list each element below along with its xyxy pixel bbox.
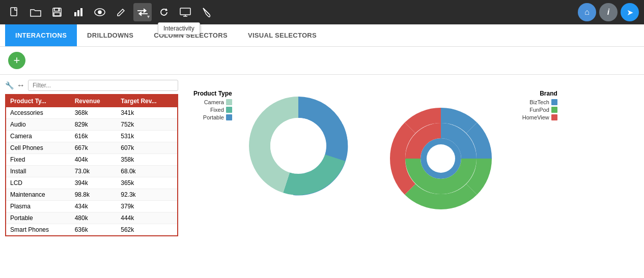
chart1-legend: Product Type Camera Fixed Portable [193,85,232,122]
add-section: + [0,47,644,74]
table-cell-col1: 404k [71,154,117,166]
toolbar: ▾ ⌂ i ➤ [0,0,644,24]
tab-interactions[interactable]: INTERACTIONS [5,24,77,46]
filter-input[interactable] [28,80,178,91]
pencil-icon[interactable] [112,3,130,21]
interactivity-icon[interactable]: ▾ [133,3,152,21]
table-cell-col0: Audio [6,119,71,131]
tab-drilldowns[interactable]: DRILLDOWNS [77,24,144,46]
tab-visual-selectors[interactable]: VISUAL SELECTORS [238,24,327,46]
table-cell-col0: Camera [6,131,71,142]
table-row: Plasma434k379k [6,201,178,212]
eye-icon[interactable] [91,3,109,21]
svg-point-17 [270,118,326,174]
table-panel: 🔧 ↔ Product Ty... Revenue Target Rev... … [5,80,178,278]
legend-color-camera [226,99,232,105]
chart2-legend: Brand BizTech FunPod HomeView [522,85,557,122]
table-cell-col0: Install [6,166,71,177]
open-folder-icon[interactable] [26,3,45,21]
svg-rect-12 [180,8,190,15]
table-cell-col1: 829k [71,119,117,131]
legend-color-fixed [226,107,232,113]
table-row: Install73.0k68.0k [6,166,178,177]
legend-color-funpod [551,107,557,113]
table-cell-col1: 394k [71,177,117,189]
table-row: LCD394k365k [6,177,178,189]
wrench-icon[interactable]: 🔧 [5,81,14,89]
legend-item-homeview: HomeView [522,114,557,120]
table-row: Audio829k752k [6,119,178,131]
table-cell-col0: Portable [6,212,71,224]
tabs-bar: INTERACTIONS DRILLDOWNS COLUMN SELECTORS… [0,24,644,47]
table-cell-col0: LCD [6,177,71,189]
table-row: Camera616k531k [6,131,178,142]
table-row: Smart Phones636k562k [6,224,178,236]
new-file-icon[interactable] [5,3,23,21]
toolbar-right: ⌂ i ➤ [578,3,639,21]
table-cell-col1: 73.0k [71,166,117,177]
table-cell-col2: 68.0k [117,166,178,177]
svg-point-9 [98,11,101,14]
legend-item-biztech: BizTech [522,99,557,105]
charts-area: Product Type Camera Fixed Portable [178,80,639,278]
table-cell-col1: 636k [71,224,117,236]
sunburst-chart [370,85,522,227]
table-cell-col0: Maintenance [6,189,71,201]
share-icon[interactable]: ➤ [621,3,639,21]
bar-chart-icon[interactable] [69,3,88,21]
svg-rect-5 [74,12,76,16]
table-cell-col0: Accessories [6,107,71,119]
legend-item-funpod: FunPod [522,107,557,113]
table-cell-col0: Fixed [6,154,71,166]
home-icon[interactable]: ⌂ [578,3,596,21]
save-icon[interactable] [48,3,66,21]
legend-color-portable [226,114,232,120]
table-cell-col1: 98.8k [71,189,117,201]
legend-color-homeview [551,114,557,120]
table-row: Cell Phones667k607k [6,142,178,154]
table-row: Accessories368k341k [6,107,178,119]
table-cell-col2: 358k [117,154,178,166]
table-cell-col2: 444k [117,212,178,224]
table-row: Portable480k444k [6,212,178,224]
table-row: Maintenance98.8k92.3k [6,189,178,201]
svg-rect-3 [54,13,60,16]
svg-rect-6 [77,10,79,16]
legend-item-portable: Portable [193,114,232,120]
table-cell-col1: 434k [71,201,117,212]
col-header-product: Product Ty... [6,95,71,107]
table-cell-col2: 92.3k [117,189,178,201]
data-table: Product Ty... Revenue Target Rev... Acce… [5,94,178,236]
brush-icon[interactable] [198,3,216,21]
info-icon[interactable]: i [599,3,618,21]
table-cell-col0: Plasma [6,201,71,212]
table-cell-col1: 368k [71,107,117,119]
svg-point-19 [427,144,455,173]
refresh-icon[interactable] [155,3,173,21]
table-cell-col0: Cell Phones [6,142,71,154]
col-header-target: Target Rev... [117,95,178,107]
content-area: 🔧 ↔ Product Ty... Revenue Target Rev... … [0,80,644,278]
table-cell-col1: 616k [71,131,117,142]
legend-item-camera: Camera [193,99,232,105]
table-cell-col2: 607k [117,142,178,154]
table-cell-col2: 531k [117,131,178,142]
legend-item-fixed: Fixed [193,107,232,113]
table-cell-col2: 341k [117,107,178,119]
arrows-icon[interactable]: ↔ [17,81,25,90]
add-button[interactable]: + [8,52,25,69]
table-cell-col1: 480k [71,212,117,224]
svg-line-15 [203,8,209,14]
svg-rect-0 [11,8,17,16]
chart2-legend-title: Brand [522,90,557,97]
legend-color-biztech [551,99,557,105]
svg-rect-7 [80,8,82,16]
chart1-legend-title: Product Type [193,90,232,97]
table-cell-col2: 562k [117,224,178,236]
table-row: Fixed404k358k [6,154,178,166]
table-cell-col0: Smart Phones [6,224,71,236]
monitor-icon[interactable] [176,3,194,21]
table-cell-col2: 379k [117,201,178,212]
table-toolbar: 🔧 ↔ [5,80,178,91]
donut-chart-1 [237,85,359,207]
